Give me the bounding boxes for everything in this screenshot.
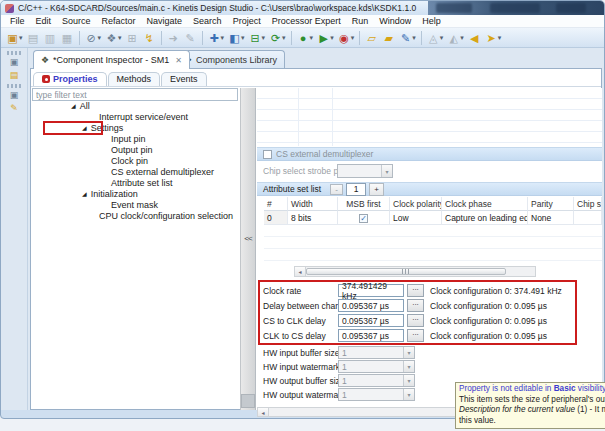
cs-to-clk-delay-browse-button[interactable]: ... bbox=[407, 314, 424, 327]
chip-select-cell[interactable] bbox=[574, 211, 602, 225]
menu-search[interactable]: Search bbox=[188, 15, 227, 27]
print-icon[interactable]: ▦ bbox=[60, 30, 75, 46]
step-icon[interactable]: ➜ bbox=[166, 30, 181, 46]
tree-item-interrupt-service[interactable]: Interrupt service/event bbox=[33, 112, 238, 123]
save-icon[interactable]: ▤ bbox=[26, 30, 41, 46]
subtab-methods[interactable]: Methods bbox=[108, 72, 161, 86]
menu-project[interactable]: Project bbox=[228, 15, 266, 27]
attribute-plus-button[interactable]: + bbox=[369, 183, 384, 196]
col-index[interactable]: # bbox=[264, 197, 288, 211]
tree-item-initialization[interactable]: ◢Initialization bbox=[33, 189, 238, 200]
run-icon[interactable]: ▶▾ bbox=[316, 30, 335, 46]
table-horizontal-scrollbar[interactable]: ◂ bbox=[294, 266, 536, 277]
new-class-icon[interactable]: ⊟▾ bbox=[248, 30, 267, 46]
subtab-events[interactable]: Events bbox=[161, 72, 207, 86]
scroll-left-icon[interactable]: ◂ bbox=[295, 267, 306, 276]
expand-icon[interactable]: ◢ bbox=[71, 101, 76, 112]
build-all-icon[interactable]: ⊞ bbox=[125, 30, 140, 46]
attribute-table-row[interactable]: 0 8 bits ✓ Low Capture on leading edge N… bbox=[264, 211, 602, 225]
drag-grip[interactable] bbox=[7, 84, 21, 88]
tree-item-output-pin[interactable]: Output pin bbox=[33, 145, 238, 156]
clock-rate-field[interactable]: 374.491429 kHz bbox=[338, 284, 404, 297]
msb-first-checkbox[interactable]: ✓ bbox=[359, 214, 368, 223]
attribute-minus-button[interactable]: - bbox=[330, 184, 343, 195]
tree-item-attribute-set-list[interactable]: Attribute set list bbox=[33, 178, 238, 189]
expand-icon[interactable]: ◢ bbox=[82, 123, 87, 134]
col-chip-select[interactable]: Chip se bbox=[574, 197, 602, 211]
new-wizard-icon[interactable]: ▣▾ bbox=[5, 30, 24, 46]
col-msb-first[interactable]: MSB first bbox=[338, 197, 390, 211]
scroll-left-icon[interactable]: ◂ bbox=[258, 408, 269, 416]
tree-splitter[interactable] bbox=[240, 88, 256, 410]
profile-icon[interactable]: ◉▾ bbox=[337, 30, 356, 46]
hw-output-watermark-dropdown[interactable]: 1 ▾ bbox=[338, 388, 415, 401]
restore-view-icon[interactable]: ▣ bbox=[5, 89, 23, 101]
tree-item-settings[interactable]: ◢Settings bbox=[33, 123, 238, 134]
open-type-icon[interactable]: ▱ bbox=[364, 30, 379, 46]
tree-item-all[interactable]: ◢All bbox=[33, 101, 238, 112]
width-cell[interactable]: 8 bits bbox=[288, 211, 338, 225]
build-icon[interactable]: ❖▾ bbox=[104, 30, 123, 46]
tree-item-cs-external-demultiplexer[interactable]: CS external demultiplexer bbox=[33, 167, 238, 178]
save-all-icon[interactable]: ▥ bbox=[43, 30, 58, 46]
terminate-icon[interactable]: ⊘▾ bbox=[84, 30, 103, 46]
col-clock-phase[interactable]: Clock phase bbox=[442, 197, 528, 211]
restore-editor-icon[interactable]: ▣ bbox=[5, 56, 23, 68]
clock-rate-browse-button[interactable]: ... bbox=[407, 284, 424, 297]
prev-annotation-icon[interactable]: ◭▾ bbox=[446, 30, 465, 46]
col-width[interactable]: Width bbox=[288, 197, 338, 211]
hw-input-buffer-size-dropdown[interactable]: 1 ▾ bbox=[338, 346, 415, 359]
tree-item-event-mask[interactable]: Event mask bbox=[33, 200, 238, 211]
clock-phase-cell[interactable]: Capture on leading edge bbox=[442, 211, 528, 225]
tree-item-cpu-clock-configuration[interactable]: CPU clock/configuration selection bbox=[33, 211, 238, 222]
back-icon[interactable]: ◀ bbox=[467, 30, 482, 46]
next-annotation-icon[interactable]: ◬▾ bbox=[426, 30, 445, 46]
linked-view-icon[interactable]: ✎ bbox=[5, 102, 23, 114]
menu-help[interactable]: Help bbox=[417, 15, 446, 27]
tab-component-inspector[interactable]: ❖ *Component Inspector - SM1 ✕ bbox=[33, 50, 190, 69]
filter-input[interactable] bbox=[32, 88, 238, 101]
scrollbar-thumb[interactable] bbox=[306, 268, 506, 275]
chip-select-strobe-dropdown[interactable]: ▾ bbox=[337, 164, 393, 178]
cs-to-clk-delay-field[interactable]: 0.095367 µs bbox=[338, 314, 404, 327]
clk-to-cs-delay-browse-button[interactable]: ... bbox=[407, 329, 424, 342]
attribute-count-field[interactable]: 1 bbox=[346, 183, 366, 196]
menu-source[interactable]: Source bbox=[57, 15, 96, 27]
debug-icon[interactable]: ●▾ bbox=[296, 30, 315, 46]
tree-item-clock-pin[interactable]: Clock pin bbox=[33, 156, 238, 167]
palette-view-icon[interactable]: ▤ bbox=[5, 69, 23, 81]
menu-navigate[interactable]: Navigate bbox=[142, 15, 188, 27]
expand-icon[interactable]: ◢ bbox=[82, 189, 87, 200]
delay-between-chars-browse-button[interactable]: ... bbox=[407, 299, 424, 312]
new-folder-icon[interactable]: ◧▾ bbox=[227, 30, 246, 46]
menu-window[interactable]: Window bbox=[374, 15, 416, 27]
close-icon[interactable]: ✕ bbox=[175, 56, 182, 65]
col-parity[interactable]: Parity bbox=[528, 197, 574, 211]
collapse-tree-button[interactable]: << bbox=[241, 230, 255, 246]
mark-occurrences-icon[interactable]: ✎ bbox=[183, 30, 198, 46]
menu-processor-expert[interactable]: Processor Expert bbox=[267, 15, 346, 27]
menu-edit[interactable]: Edit bbox=[31, 15, 57, 27]
msb-first-cell[interactable]: ✓ bbox=[338, 211, 390, 225]
refresh-icon[interactable]: ⟳▾ bbox=[268, 30, 287, 46]
toggle-mark-icon[interactable]: ✎▾ bbox=[398, 30, 417, 46]
hw-input-watermark-dropdown[interactable]: 1 ▾ bbox=[338, 360, 415, 373]
menu-run[interactable]: Run bbox=[347, 15, 374, 27]
hw-output-buffer-size-dropdown[interactable]: 1 ▾ bbox=[338, 374, 415, 387]
menu-refactor[interactable]: Refactor bbox=[97, 15, 141, 27]
col-clock-polarity[interactable]: Clock polarity bbox=[390, 197, 442, 211]
tab-components-library[interactable]: ❖ Components Library bbox=[176, 50, 285, 69]
forward-icon[interactable]: ➤▾ bbox=[484, 30, 503, 46]
tree-item-input-pin[interactable]: Input pin bbox=[33, 134, 238, 145]
generate-code-icon[interactable]: ↯ bbox=[142, 30, 157, 46]
drag-grip[interactable] bbox=[7, 51, 21, 55]
clock-polarity-cell[interactable]: Low bbox=[390, 211, 442, 225]
menu-file[interactable]: File bbox=[5, 15, 30, 27]
new-source-file-icon[interactable]: ✚▾ bbox=[207, 30, 226, 46]
clk-to-cs-delay-field[interactable]: 0.095367 µs bbox=[338, 329, 404, 342]
open-resource-icon[interactable]: ▰ bbox=[381, 30, 396, 46]
parity-cell[interactable]: None bbox=[528, 211, 574, 225]
subtab-properties[interactable]: Properties bbox=[33, 72, 107, 86]
delay-between-chars-field[interactable]: 0.095367 µs bbox=[338, 299, 404, 312]
cs-demux-checkbox[interactable] bbox=[263, 150, 272, 159]
